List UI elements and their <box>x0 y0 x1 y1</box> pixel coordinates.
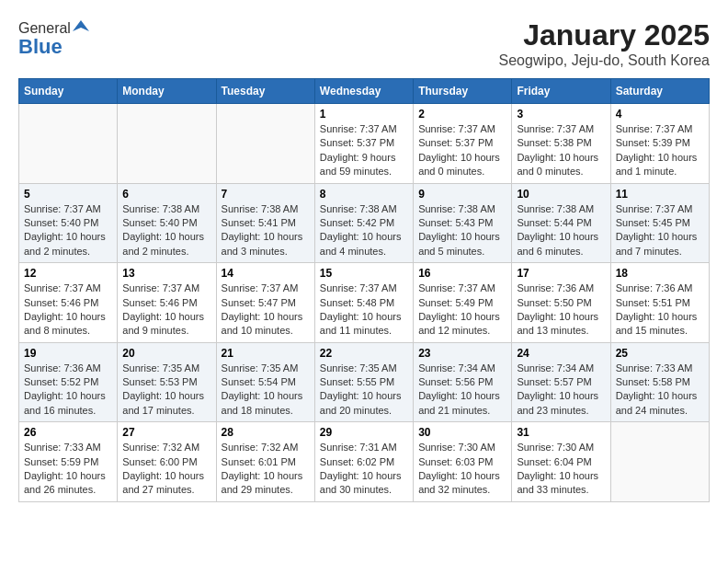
title-area: January 2025 Seogwipo, Jeju-do, South Ko… <box>499 18 710 69</box>
calendar-cell: 16Sunrise: 7:37 AM Sunset: 5:49 PM Dayli… <box>414 263 512 343</box>
day-number: 3 <box>517 108 605 121</box>
calendar-subtitle: Seogwipo, Jeju-do, South Korea <box>499 52 710 69</box>
day-number: 31 <box>517 426 605 439</box>
day-info: Sunrise: 7:30 AM Sunset: 6:04 PM Dayligh… <box>517 441 605 498</box>
day-number: 29 <box>320 426 408 439</box>
day-number: 10 <box>517 188 605 201</box>
day-number: 22 <box>320 347 408 360</box>
day-number: 14 <box>222 267 310 280</box>
calendar-cell: 7Sunrise: 7:38 AM Sunset: 5:41 PM Daylig… <box>216 183 314 263</box>
day-info: Sunrise: 7:34 AM Sunset: 5:56 PM Dayligh… <box>418 362 506 419</box>
calendar-cell: 1Sunrise: 7:37 AM Sunset: 5:37 PM Daylig… <box>314 104 413 184</box>
weekday-header-tuesday: Tuesday <box>216 79 314 104</box>
day-info: Sunrise: 7:37 AM Sunset: 5:46 PM Dayligh… <box>24 282 112 339</box>
day-info: Sunrise: 7:35 AM Sunset: 5:53 PM Dayligh… <box>122 362 210 419</box>
day-info: Sunrise: 7:32 AM Sunset: 6:01 PM Dayligh… <box>222 441 310 498</box>
logo-blue-text: Blue <box>18 35 63 59</box>
day-number: 27 <box>122 426 210 439</box>
day-number: 21 <box>222 347 310 360</box>
calendar-cell: 3Sunrise: 7:37 AM Sunset: 5:38 PM Daylig… <box>512 104 610 184</box>
day-info: Sunrise: 7:37 AM Sunset: 5:38 PM Dayligh… <box>517 122 605 179</box>
calendar-cell: 14Sunrise: 7:37 AM Sunset: 5:47 PM Dayli… <box>216 263 314 343</box>
calendar-cell: 5Sunrise: 7:37 AM Sunset: 5:40 PM Daylig… <box>19 183 118 263</box>
day-info: Sunrise: 7:38 AM Sunset: 5:42 PM Dayligh… <box>320 202 408 259</box>
day-info: Sunrise: 7:38 AM Sunset: 5:41 PM Dayligh… <box>222 202 310 259</box>
day-number: 18 <box>616 267 704 280</box>
day-number: 1 <box>320 108 408 121</box>
calendar-cell: 11Sunrise: 7:37 AM Sunset: 5:45 PM Dayli… <box>610 183 709 263</box>
day-number: 4 <box>616 108 704 121</box>
calendar-cell: 20Sunrise: 7:35 AM Sunset: 5:53 PM Dayli… <box>118 342 216 422</box>
calendar-cell: 19Sunrise: 7:36 AM Sunset: 5:52 PM Dayli… <box>19 342 118 422</box>
day-number: 23 <box>418 347 506 360</box>
weekday-header-friday: Friday <box>512 79 610 104</box>
day-info: Sunrise: 7:31 AM Sunset: 6:02 PM Dayligh… <box>320 441 408 498</box>
calendar-cell: 24Sunrise: 7:34 AM Sunset: 5:57 PM Dayli… <box>512 342 610 422</box>
day-number: 15 <box>320 267 408 280</box>
day-info: Sunrise: 7:37 AM Sunset: 5:37 PM Dayligh… <box>320 122 408 179</box>
calendar-cell: 4Sunrise: 7:37 AM Sunset: 5:39 PM Daylig… <box>610 104 709 184</box>
day-info: Sunrise: 7:36 AM Sunset: 5:51 PM Dayligh… <box>616 282 704 339</box>
day-number: 9 <box>418 188 506 201</box>
day-info: Sunrise: 7:37 AM Sunset: 5:49 PM Dayligh… <box>418 282 506 339</box>
day-number: 16 <box>418 267 506 280</box>
week-row-3: 12Sunrise: 7:37 AM Sunset: 5:46 PM Dayli… <box>19 263 710 343</box>
calendar-cell: 2Sunrise: 7:37 AM Sunset: 5:37 PM Daylig… <box>414 104 512 184</box>
day-info: Sunrise: 7:36 AM Sunset: 5:50 PM Dayligh… <box>517 282 605 339</box>
calendar-cell: 21Sunrise: 7:35 AM Sunset: 5:54 PM Dayli… <box>216 342 314 422</box>
calendar-cell: 6Sunrise: 7:38 AM Sunset: 5:40 PM Daylig… <box>118 183 216 263</box>
day-number: 5 <box>24 188 112 201</box>
day-info: Sunrise: 7:37 AM Sunset: 5:39 PM Dayligh… <box>616 122 704 179</box>
day-info: Sunrise: 7:38 AM Sunset: 5:40 PM Dayligh… <box>122 202 210 259</box>
day-info: Sunrise: 7:30 AM Sunset: 6:03 PM Dayligh… <box>418 441 506 498</box>
calendar-cell <box>216 104 314 184</box>
day-number: 17 <box>517 267 605 280</box>
day-number: 24 <box>517 347 605 360</box>
weekday-header-row: SundayMondayTuesdayWednesdayThursdayFrid… <box>19 79 710 104</box>
day-info: Sunrise: 7:38 AM Sunset: 5:44 PM Dayligh… <box>517 202 605 259</box>
day-number: 8 <box>320 188 408 201</box>
day-info: Sunrise: 7:37 AM Sunset: 5:47 PM Dayligh… <box>222 282 310 339</box>
logo-bird-icon <box>73 18 89 35</box>
calendar-cell: 28Sunrise: 7:32 AM Sunset: 6:01 PM Dayli… <box>216 422 314 502</box>
calendar-cell: 23Sunrise: 7:34 AM Sunset: 5:56 PM Dayli… <box>414 342 512 422</box>
day-info: Sunrise: 7:33 AM Sunset: 5:59 PM Dayligh… <box>24 441 112 498</box>
calendar-cell: 13Sunrise: 7:37 AM Sunset: 5:46 PM Dayli… <box>118 263 216 343</box>
calendar-cell: 31Sunrise: 7:30 AM Sunset: 6:04 PM Dayli… <box>512 422 610 502</box>
weekday-header-wednesday: Wednesday <box>314 79 413 104</box>
day-number: 30 <box>418 426 506 439</box>
day-number: 6 <box>122 188 210 201</box>
day-number: 26 <box>24 426 112 439</box>
week-row-1: 1Sunrise: 7:37 AM Sunset: 5:37 PM Daylig… <box>19 104 710 184</box>
day-info: Sunrise: 7:37 AM Sunset: 5:37 PM Dayligh… <box>418 122 506 179</box>
week-row-2: 5Sunrise: 7:37 AM Sunset: 5:40 PM Daylig… <box>19 183 710 263</box>
day-number: 12 <box>24 267 112 280</box>
calendar-cell: 26Sunrise: 7:33 AM Sunset: 5:59 PM Dayli… <box>19 422 118 502</box>
calendar-cell: 8Sunrise: 7:38 AM Sunset: 5:42 PM Daylig… <box>314 183 413 263</box>
day-number: 20 <box>122 347 210 360</box>
calendar-cell: 18Sunrise: 7:36 AM Sunset: 5:51 PM Dayli… <box>610 263 709 343</box>
calendar-cell: 12Sunrise: 7:37 AM Sunset: 5:46 PM Dayli… <box>19 263 118 343</box>
day-info: Sunrise: 7:32 AM Sunset: 6:00 PM Dayligh… <box>122 441 210 498</box>
day-number: 19 <box>24 347 112 360</box>
header: General Blue January 2025 Seogwipo, Jeju… <box>18 18 710 69</box>
day-number: 28 <box>222 426 310 439</box>
week-row-5: 26Sunrise: 7:33 AM Sunset: 5:59 PM Dayli… <box>19 422 710 502</box>
day-info: Sunrise: 7:37 AM Sunset: 5:48 PM Dayligh… <box>320 282 408 339</box>
calendar-table: SundayMondayTuesdayWednesdayThursdayFrid… <box>18 78 710 502</box>
day-info: Sunrise: 7:37 AM Sunset: 5:45 PM Dayligh… <box>616 202 704 259</box>
calendar-cell: 9Sunrise: 7:38 AM Sunset: 5:43 PM Daylig… <box>414 183 512 263</box>
weekday-header-saturday: Saturday <box>610 79 709 104</box>
day-number: 7 <box>222 188 310 201</box>
calendar-cell: 17Sunrise: 7:36 AM Sunset: 5:50 PM Dayli… <box>512 263 610 343</box>
calendar-cell: 29Sunrise: 7:31 AM Sunset: 6:02 PM Dayli… <box>314 422 413 502</box>
day-info: Sunrise: 7:38 AM Sunset: 5:43 PM Dayligh… <box>418 202 506 259</box>
calendar-cell <box>118 104 216 184</box>
day-info: Sunrise: 7:36 AM Sunset: 5:52 PM Dayligh… <box>24 362 112 419</box>
day-info: Sunrise: 7:35 AM Sunset: 5:54 PM Dayligh… <box>222 362 310 419</box>
week-row-4: 19Sunrise: 7:36 AM Sunset: 5:52 PM Dayli… <box>19 342 710 422</box>
day-info: Sunrise: 7:34 AM Sunset: 5:57 PM Dayligh… <box>517 362 605 419</box>
weekday-header-sunday: Sunday <box>19 79 118 104</box>
day-number: 11 <box>616 188 704 201</box>
logo: General Blue <box>18 18 89 59</box>
